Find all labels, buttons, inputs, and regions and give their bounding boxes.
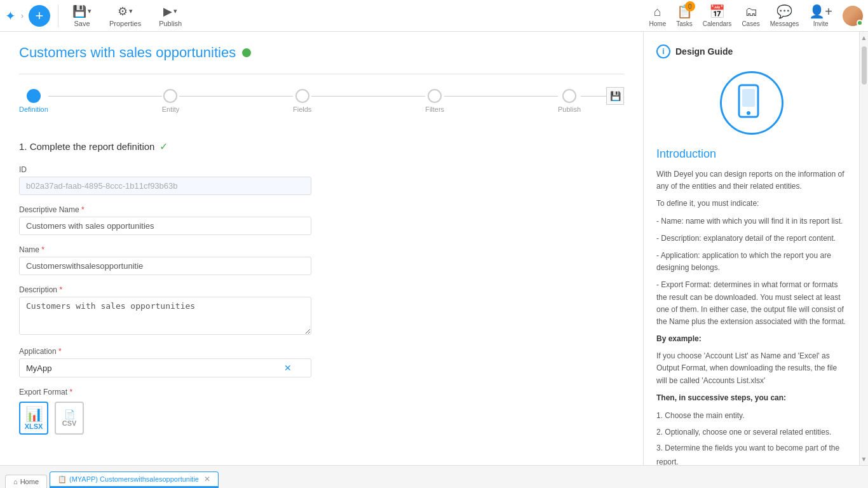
- toolbar: ✦ › + 💾 ▾ Save ⚙ ▾ Properties ▶ ▾ Publis…: [0, 0, 868, 32]
- csv-label: CSV: [62, 419, 77, 427]
- step-entity[interactable]: Entity: [162, 89, 180, 113]
- svg-point-2: [747, 111, 750, 115]
- properties-action-btn[interactable]: ⚙ ▾: [118, 4, 133, 18]
- toolbar-right: ⌂ Home 0 📋 Tasks 📅 Calendars 🗂 Cases 💬 M…: [649, 4, 863, 27]
- required-star: *: [81, 205, 85, 214]
- nav-cases[interactable]: 🗂 Cases: [742, 4, 759, 27]
- step-entity-circle: [163, 89, 177, 103]
- breadcrumb-chevron-icon[interactable]: ›: [21, 11, 24, 20]
- properties-action[interactable]: ⚙ ▾ Properties: [103, 2, 147, 30]
- avatar[interactable]: [843, 6, 863, 26]
- nav-messages[interactable]: 💬 Messages: [770, 4, 799, 27]
- nav-calendars[interactable]: 📅 Calendars: [703, 4, 732, 27]
- description-label: Description *: [19, 285, 311, 294]
- tab-page[interactable]: 📋 (MYAPP) Customerswithsalesopportunitie…: [50, 471, 219, 488]
- nav-tasks[interactable]: 0 📋 Tasks: [676, 4, 693, 27]
- tab-close-button[interactable]: ✕: [204, 475, 210, 484]
- step-filters[interactable]: Filters: [425, 89, 444, 113]
- xlsx-icon: 📊: [25, 406, 43, 423]
- description-input[interactable]: Customers with sales opportunities: [19, 297, 311, 335]
- step-definition[interactable]: Definition: [19, 89, 48, 113]
- tasks-badge: 0: [685, 1, 695, 11]
- guide-step-2-text: 2. Optionally, choose one or several rel…: [656, 428, 831, 437]
- publish-action[interactable]: ▶ ▾ Publish: [153, 2, 188, 30]
- tab-home-label: Home: [20, 478, 39, 485]
- csv-icon: 📄: [64, 409, 75, 419]
- step-fields[interactable]: Fields: [293, 89, 311, 113]
- step-line-1: [48, 96, 162, 97]
- nav-invite-label: Invite: [813, 20, 829, 27]
- tab-bar: ⌂ Home 📋 (MYAPP) Customerswithsalesoppor…: [0, 465, 868, 488]
- guide-step-1-text: 1. Choose the main entity.: [656, 411, 745, 420]
- tab-home[interactable]: ⌂ Home: [5, 475, 47, 488]
- tab-home-icon: ⌂: [13, 478, 18, 485]
- scroll-up-arrow[interactable]: ▲: [858, 32, 868, 44]
- logo-icon[interactable]: ✦: [5, 8, 16, 24]
- publish-action-btn[interactable]: ▶ ▾: [163, 4, 177, 18]
- export-format-label: Export Format *: [19, 388, 311, 396]
- step-publish-circle: [562, 89, 576, 103]
- export-format-group: Export Format * 📊 XLSX 📄 CSV: [19, 388, 311, 435]
- tab-page-label: (MYAPP) Customerswithsalesopportunitie: [69, 475, 199, 483]
- page-scrollbar[interactable]: ▲ ▼: [859, 32, 868, 465]
- save-action[interactable]: 💾 ▾ Save: [66, 2, 98, 30]
- descriptive-name-input[interactable]: [19, 217, 311, 235]
- save-step-icon: 💾: [610, 91, 621, 101]
- properties-label: Properties: [109, 20, 141, 27]
- name-input[interactable]: [19, 257, 311, 275]
- status-badge: [242, 48, 251, 57]
- scroll-down-arrow[interactable]: ▼: [858, 453, 868, 465]
- description-group: Description * Customers with sales oppor…: [19, 285, 311, 337]
- export-csv-button[interactable]: 📄 CSV: [55, 402, 84, 435]
- save-icon: 💾: [72, 4, 86, 18]
- required-star-3: *: [59, 285, 62, 294]
- properties-dropdown-arrow[interactable]: ▾: [129, 7, 133, 15]
- step-save-icon[interactable]: 💾: [606, 87, 624, 105]
- application-value: MyApp: [26, 363, 51, 373]
- steps-title-bold: Then, in successive steps, you can:: [656, 393, 786, 402]
- descriptive-name-label: Descriptive Name *: [19, 205, 311, 214]
- publish-icon: ▶: [163, 4, 172, 18]
- invite-icon: 👤+: [809, 4, 832, 19]
- intro-description: - Description: explanatory detail of the…: [656, 233, 846, 245]
- guide-steps-list: 1. Choose the main entity. 2. Optionally…: [656, 409, 846, 465]
- step-definition-circle: [27, 89, 41, 103]
- xlsx-label: XLSX: [25, 423, 43, 430]
- home-icon: ⌂: [654, 4, 661, 19]
- guide-step-1: 1. Choose the main entity.: [656, 409, 846, 423]
- guide-info-icon: i: [656, 44, 670, 58]
- example-bold: By example:: [656, 334, 702, 343]
- publish-dropdown-arrow[interactable]: ▾: [173, 7, 177, 15]
- device-icon-wrap: [656, 71, 846, 135]
- save-dropdown-arrow[interactable]: ▾: [88, 7, 92, 15]
- page-title-row: Customers with sales opportunities: [19, 44, 624, 61]
- device-icon: [736, 84, 768, 122]
- step-entity-label: Entity: [162, 105, 180, 113]
- intro-export: - Export Format: determines in what form…: [656, 279, 846, 328]
- guide-title: Design Guide: [675, 46, 733, 57]
- add-button[interactable]: +: [29, 5, 50, 27]
- nav-invite[interactable]: 👤+ Invite: [809, 4, 832, 27]
- descriptive-name-group: Descriptive Name *: [19, 205, 311, 235]
- export-xlsx-button[interactable]: 📊 XLSX: [19, 402, 48, 435]
- intro-title: Introduction: [656, 147, 846, 161]
- step-filters-circle: [428, 89, 442, 103]
- step-line-3: [311, 96, 425, 97]
- application-select[interactable]: MyApp ✕: [19, 358, 311, 377]
- scroll-thumb[interactable]: [862, 46, 867, 85]
- application-clear-button[interactable]: ✕: [284, 363, 292, 373]
- required-star-2: *: [41, 245, 44, 254]
- nav-home[interactable]: ⌂ Home: [649, 4, 667, 27]
- id-input[interactable]: [19, 177, 311, 195]
- save-action-btn[interactable]: 💾 ▾: [72, 4, 92, 18]
- step-publish[interactable]: Publish: [558, 89, 581, 113]
- cases-icon: 🗂: [745, 4, 757, 19]
- stepper: Definition Entity Fields Filters Publish: [19, 87, 624, 121]
- save-label: Save: [74, 20, 90, 27]
- section-title-text: 1. Complete the report definition: [19, 141, 154, 152]
- info-icon-text: i: [662, 47, 664, 56]
- nav-home-label: Home: [649, 20, 667, 27]
- intro-example: If you choose 'Account List' as Name and…: [656, 350, 846, 387]
- step-publish-label: Publish: [558, 105, 581, 113]
- intro-application: - Application: application to which the …: [656, 250, 846, 274]
